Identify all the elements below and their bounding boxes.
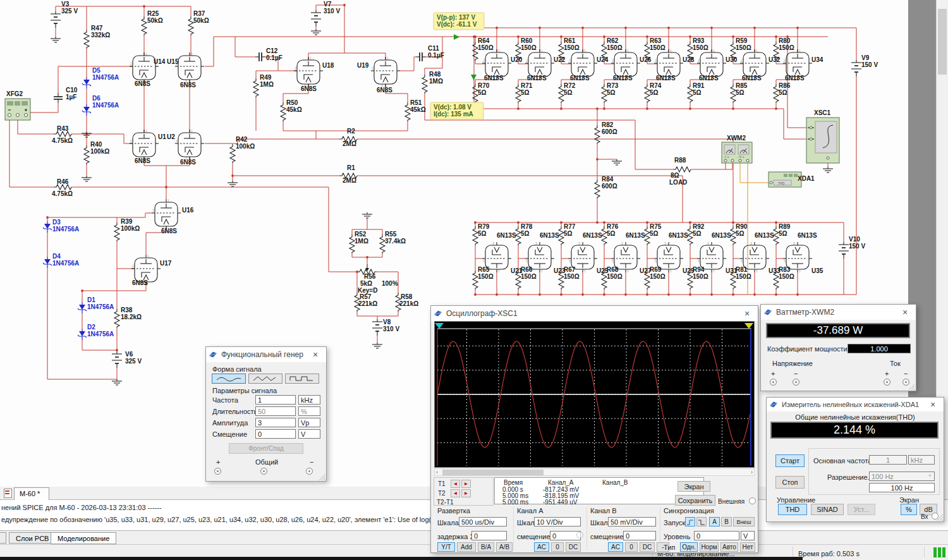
frequency-unit[interactable]: kHz bbox=[298, 395, 320, 405]
cha-dc-button[interactable]: DC bbox=[566, 542, 581, 552]
cha-ac-button[interactable]: AC bbox=[534, 542, 549, 552]
percent-button[interactable]: % bbox=[901, 504, 917, 515]
svg-text:R82: R82 bbox=[602, 121, 614, 128]
frequency-input[interactable]: 1 bbox=[255, 395, 296, 405]
thd-titlebar[interactable]: Измеритель нелинейных искажений-XDA1 × bbox=[767, 398, 944, 411]
triangle-wave-button[interactable] bbox=[248, 374, 283, 384]
wm-titlebar[interactable]: Ваттметр-XWM2 × bbox=[761, 305, 916, 320]
start-button[interactable]: Старт bbox=[775, 454, 805, 467]
ba-mode-button[interactable]: B/A bbox=[478, 542, 494, 552]
wm-close-icon[interactable]: × bbox=[897, 305, 913, 320]
resolution-dropdown[interactable]: 100 Hz bbox=[869, 472, 935, 481]
fg-close-icon[interactable]: × bbox=[307, 347, 324, 362]
scroll-left-icon[interactable]: ‹ bbox=[436, 469, 438, 476]
svg-text:6N8S: 6N8S bbox=[377, 87, 392, 94]
offset-unit[interactable]: V bbox=[298, 429, 320, 439]
sine-wave-button[interactable] bbox=[212, 374, 246, 384]
svg-text:R73: R73 bbox=[607, 82, 619, 89]
cha-zero-button[interactable]: 0 bbox=[551, 542, 564, 552]
cha-scale-input[interactable]: 10 V/Div bbox=[534, 517, 581, 527]
stop-button[interactable]: Стоп bbox=[775, 476, 805, 489]
resize-grip[interactable] bbox=[319, 474, 325, 480]
v-plus-terminal[interactable] bbox=[770, 379, 777, 386]
thd-close-icon[interactable]: × bbox=[925, 397, 941, 412]
trigger-single-button[interactable]: Одн. bbox=[680, 542, 698, 552]
offset-input[interactable]: 0 bbox=[255, 429, 296, 439]
current-label: Ток bbox=[890, 360, 901, 367]
chb-offset-input[interactable]: 0 bbox=[623, 531, 656, 540]
scope-titlebar[interactable]: Осциллограф-XSC1 × bbox=[431, 306, 758, 321]
scope-h-scrollbar[interactable]: ‹ › bbox=[434, 468, 755, 476]
t1-left-icon[interactable]: ◄ bbox=[451, 480, 460, 488]
svg-text:6N13S: 6N13S bbox=[755, 232, 774, 239]
t1-right-icon[interactable]: ► bbox=[461, 480, 471, 488]
edge-settings-button: Фронт/Спад bbox=[229, 443, 303, 454]
svg-text:V(p-p): 137 V: V(p-p): 137 V bbox=[437, 14, 475, 21]
trigger-level-unit[interactable]: V bbox=[741, 531, 755, 540]
trigger-auto-button[interactable]: Авто bbox=[720, 542, 738, 552]
resize-grip[interactable] bbox=[909, 384, 915, 390]
svg-text:6N8S: 6N8S bbox=[135, 157, 150, 164]
cursor-table: Время Канал_A Канал_B 0.000 s -817.243 m… bbox=[494, 477, 704, 504]
svg-text:6N8S: 6N8S bbox=[132, 279, 148, 286]
resize-grip[interactable] bbox=[937, 514, 943, 521]
fg-titlebar[interactable]: Функциональный генерато... × bbox=[206, 347, 326, 362]
svg-text:U32: U32 bbox=[769, 56, 781, 63]
amplitude-unit[interactable]: Vp bbox=[298, 418, 320, 427]
square-wave-button[interactable] bbox=[285, 374, 319, 384]
sinad-mode-button[interactable]: SINAD bbox=[811, 504, 844, 515]
svg-text:4.75kΩ: 4.75kΩ bbox=[52, 190, 73, 197]
add-mode-button[interactable]: Add bbox=[457, 542, 476, 552]
common-terminal[interactable] bbox=[260, 468, 267, 475]
scroll-right-icon[interactable]: › bbox=[751, 469, 753, 476]
scrollbar-thumb[interactable] bbox=[938, 9, 947, 75]
scope-close-icon[interactable]: × bbox=[739, 306, 755, 321]
rising-edge-icon[interactable] bbox=[685, 517, 695, 527]
external-radio[interactable] bbox=[749, 497, 756, 504]
svg-text:U34: U34 bbox=[811, 56, 823, 63]
svg-text:R79: R79 bbox=[478, 223, 490, 230]
svg-text:XDA1: XDA1 bbox=[798, 175, 815, 182]
v-minus-terminal[interactable] bbox=[793, 379, 799, 386]
sweep-delay-input[interactable]: 0 bbox=[471, 531, 507, 540]
chb-scale-input[interactable]: 50 mV/Div bbox=[608, 517, 656, 527]
minus-terminal[interactable] bbox=[306, 468, 313, 475]
svg-text:5Ω: 5Ω bbox=[650, 89, 659, 96]
svg-text:R78: R78 bbox=[521, 223, 533, 230]
svg-text:R2: R2 bbox=[347, 128, 355, 135]
log-line-1: нений SPICE для М-60 - 2026-03-13 23:31:… bbox=[1, 504, 162, 511]
falling-edge-icon[interactable] bbox=[696, 517, 707, 527]
tab-clipped[interactable] bbox=[0, 532, 6, 544]
t2-right-icon[interactable]: ► bbox=[461, 489, 471, 497]
tab-simulation[interactable]: Моделирование bbox=[51, 532, 116, 544]
svg-text:R86: R86 bbox=[779, 82, 791, 89]
t1-label: T1 bbox=[438, 480, 446, 487]
i-plus-terminal[interactable] bbox=[884, 379, 890, 386]
document-tab-m60[interactable]: М-60 * bbox=[14, 487, 49, 500]
scroll-thumb[interactable] bbox=[442, 470, 544, 475]
svg-text:150Ω: 150Ω bbox=[564, 273, 580, 280]
cha-radio[interactable] bbox=[576, 532, 583, 539]
plus-terminal[interactable] bbox=[214, 468, 221, 475]
v-plus-label: + bbox=[771, 370, 775, 377]
tab-pcb-layers[interactable]: Слои PCB bbox=[9, 532, 56, 544]
svg-text:V(dc): 1.08 V: V(dc): 1.08 V bbox=[434, 104, 471, 111]
trigger-a-button[interactable]: A bbox=[709, 517, 720, 527]
trigger-ext-button[interactable]: Внеш bbox=[733, 517, 755, 527]
t2-left-icon[interactable]: ◄ bbox=[451, 489, 460, 497]
save-button[interactable]: Сохранить bbox=[675, 495, 715, 506]
trigger-none-button[interactable]: Нет bbox=[740, 542, 755, 552]
ab-mode-button[interactable]: A/B bbox=[496, 542, 513, 552]
yt-mode-button[interactable]: Y/T bbox=[437, 542, 455, 552]
thd-mode-button[interactable]: THD bbox=[778, 504, 807, 515]
amplitude-input[interactable]: 3 bbox=[255, 418, 296, 427]
sweep-scale-input[interactable]: 500 us/Div bbox=[459, 517, 507, 527]
trigger-level-input[interactable]: 0 bbox=[694, 531, 739, 540]
chb-zero-button[interactable]: 0 bbox=[625, 542, 638, 552]
screen-button[interactable]: Экран bbox=[678, 481, 710, 492]
svg-text:R60: R60 bbox=[521, 37, 533, 44]
trigger-b-button[interactable]: B bbox=[721, 517, 732, 527]
chb-dc-button[interactable]: DC bbox=[640, 542, 655, 552]
trigger-normal-button[interactable]: Норм bbox=[700, 542, 719, 552]
chb-ac-button[interactable]: AC bbox=[608, 542, 623, 552]
